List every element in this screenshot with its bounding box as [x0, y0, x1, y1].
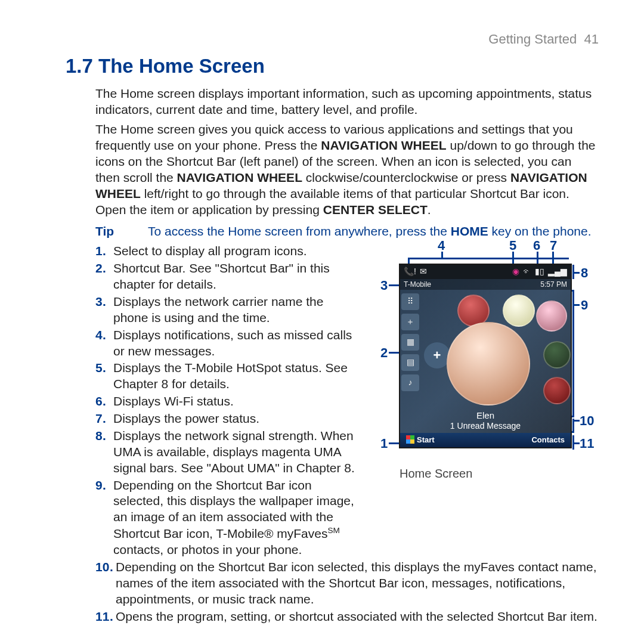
- softkey-bar: Start Contacts: [400, 433, 571, 447]
- wifi-icon: ᯤ: [523, 267, 531, 277]
- figure-column: 4 5 6 7 3 2 1 8 9 10 11: [372, 244, 599, 482]
- phone-screen: 📞! ✉ ◉ ᯤ ▮▯ ▂▄▆ T-Mobile 5:57 PM ⠿: [399, 264, 572, 448]
- section-name: Getting Started: [488, 32, 577, 47]
- contact-info: Elen 1 Unread Message: [400, 410, 571, 432]
- hotspot-icon: ◉: [512, 267, 519, 277]
- contact-subtext: 1 Unread Message: [400, 421, 571, 432]
- carrier-bar: T-Mobile 5:57 PM: [400, 279, 571, 290]
- label-4: 4: [438, 237, 445, 254]
- shortcut-myfaves-icon[interactable]: ⠿: [401, 293, 419, 310]
- shortcut-calendar-icon[interactable]: ▤: [401, 354, 419, 371]
- page-number: 41: [584, 32, 599, 47]
- label-5: 5: [509, 237, 516, 254]
- contact-name: Elen: [400, 410, 571, 421]
- tip-label: Tip: [95, 224, 148, 240]
- status-bar: 📞! ✉ ◉ ᯤ ▮▯ ▂▄▆: [400, 265, 571, 279]
- section-title: 1.7 The Home Screen: [66, 54, 599, 79]
- message-icon: ✉: [420, 267, 427, 277]
- label-7: 7: [550, 237, 557, 254]
- selected-contact-photo[interactable]: [447, 322, 530, 405]
- label-1: 1: [380, 435, 388, 452]
- callout-8: 8.Displays the network signal strength. …: [95, 428, 360, 476]
- label-3: 3: [380, 277, 388, 294]
- callout-6: 6.Displays Wi-Fi status.: [95, 394, 360, 410]
- signal-icon: ▂▄▆: [548, 267, 567, 277]
- carrier-name: T-Mobile: [404, 280, 431, 289]
- label-10: 10: [580, 413, 594, 429]
- figure: 4 5 6 7 3 2 1 8 9 10 11: [372, 244, 599, 465]
- label-11: 11: [580, 435, 594, 452]
- callout-list-continued: 10.Depending on the Shortcut Bar icon se…: [66, 559, 599, 625]
- label-9: 9: [581, 297, 588, 314]
- callout-10: 10.Depending on the Shortcut Bar icon se…: [95, 559, 599, 608]
- tip-row: Tip To access the Home screen from anywh…: [95, 224, 599, 240]
- battery-icon: ▮▯: [535, 267, 544, 277]
- tip-text: To access the Home screen from anywhere,…: [148, 224, 592, 240]
- fave-contact-icon[interactable]: [543, 341, 571, 369]
- shortcut-music-icon[interactable]: ♪: [401, 374, 419, 391]
- label-8: 8: [581, 265, 588, 281]
- callout-2: 2.Shortcut Bar. See "Shortcut Bar" in th…: [95, 261, 360, 293]
- label-2: 2: [380, 345, 388, 361]
- start-softkey[interactable]: Start: [406, 435, 435, 445]
- figure-caption: Home Screen: [372, 466, 599, 482]
- callout-1: 1.Select to display all program icons.: [95, 243, 360, 259]
- label-6: 6: [533, 237, 540, 254]
- callout-3: 3.Displays the network carrier name the …: [95, 294, 360, 326]
- page-header: Getting Started 41: [66, 31, 599, 48]
- content-area: 1.Select to display all program icons. 2…: [66, 243, 599, 559]
- shortcut-add-icon[interactable]: ＋: [401, 314, 419, 330]
- list-column: 1.Select to display all program icons. 2…: [66, 243, 360, 559]
- missed-call-icon: 📞!: [404, 267, 416, 277]
- clock-time: 5:57 PM: [540, 280, 567, 289]
- callout-list: 1.Select to display all program icons. 2…: [66, 243, 360, 558]
- callout-4: 4.Displays notifications, such as missed…: [95, 327, 360, 360]
- intro-p2: The Home screen gives you quick access t…: [66, 122, 599, 218]
- callout-5: 5.Displays the T-Mobile HotSpot status. …: [95, 360, 360, 392]
- fave-contact-icon[interactable]: [503, 295, 535, 327]
- fave-contact-icon[interactable]: [543, 377, 571, 404]
- intro-p1: The Home screen displays important infor…: [66, 86, 599, 118]
- shortcut-photos-icon[interactable]: ▦: [401, 334, 419, 351]
- callout-9: 9.Depending on the Shortcut Bar icon sel…: [95, 478, 360, 558]
- intro-block: The Home screen displays important infor…: [66, 86, 599, 218]
- shortcut-bar: ⠿ ＋ ▦ ▤ ♪: [401, 293, 422, 391]
- callout-11: 11.Opens the program, setting, or shortc…: [95, 609, 599, 625]
- callout-7: 7.Displays the power status.: [95, 411, 360, 427]
- contacts-softkey[interactable]: Contacts: [531, 435, 565, 445]
- windows-flag-icon: [406, 435, 414, 444]
- fave-contact-icon[interactable]: [536, 301, 567, 332]
